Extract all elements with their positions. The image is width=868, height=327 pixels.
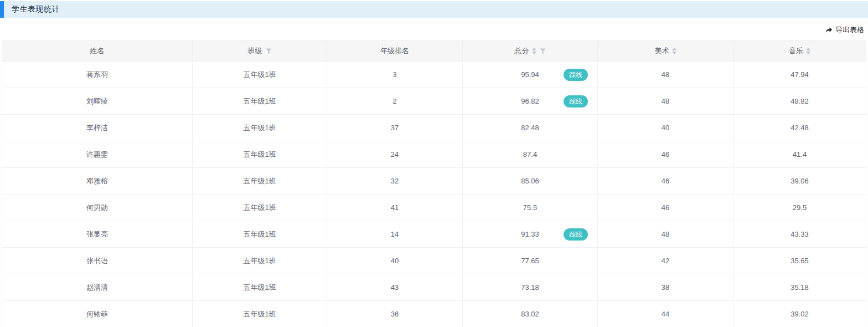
cell-art: 44 [598, 301, 733, 327]
column-header-total[interactable]: 总分 [463, 41, 598, 62]
cell-name: 许惠雯 [2, 141, 193, 168]
export-table-button[interactable]: 导出表格 [825, 25, 864, 35]
cell-rank: 2 [327, 88, 463, 115]
sort-caret-icon[interactable] [806, 48, 810, 54]
cell-music: 39.02 [733, 301, 866, 327]
cell-value: 五年级1班 [243, 309, 276, 319]
cell-value: 蒋系羽 [86, 70, 108, 80]
cell-value: 32 [391, 177, 399, 185]
cell-music: 43.33 [733, 221, 866, 248]
cell-class: 五年级1班 [193, 248, 327, 274]
column-header-music[interactable]: 音乐 [733, 41, 866, 62]
cell-rank: 36 [327, 301, 463, 327]
cell-value: 77.65 [521, 257, 539, 265]
cell-value: 2 [392, 97, 396, 105]
cell-total: 91.33踩线 [463, 221, 598, 248]
cell-value: 许惠雯 [86, 150, 108, 160]
table-row: 邓雅榕五年级1班3285.064639.06 [2, 168, 866, 195]
cell-music: 35.65 [733, 248, 866, 274]
filter-funnel-icon[interactable] [540, 48, 546, 54]
cell-value: 五年级1班 [243, 123, 276, 133]
cell-art: 38 [598, 274, 733, 301]
cell-value: 14 [391, 230, 399, 238]
cell-class: 五年级1班 [193, 168, 327, 195]
cell-total: 82.48 [463, 115, 598, 141]
cell-art: 42 [598, 248, 733, 274]
table-body: 蒋系羽五年级1班395.94踩线4847.94刘曜绫五年级1班296.82踩线4… [2, 62, 866, 327]
cell-total: 96.82踩线 [463, 88, 598, 115]
cell-name: 张显亮 [2, 221, 193, 248]
cell-value: 83.02 [521, 310, 539, 318]
sort-caret-icon[interactable] [672, 48, 676, 54]
export-table-label: 导出表格 [835, 25, 864, 35]
cell-value: 35.65 [790, 257, 809, 265]
cell-value: 五年级1班 [243, 283, 276, 293]
cell-value: 41.4 [793, 150, 807, 159]
cell-name: 何铱菲 [2, 301, 193, 327]
cell-value: 48 [662, 230, 669, 238]
sort-caret-icon[interactable] [532, 48, 536, 54]
cell-value: 赵清清 [86, 283, 108, 293]
cell-value: 39.02 [790, 310, 809, 318]
column-header-label: 美术 [655, 46, 669, 56]
column-header-art[interactable]: 美术 [598, 41, 733, 62]
column-header-label: 总分 [515, 46, 529, 56]
cell-rank: 32 [327, 168, 463, 195]
page-title: 学生表现统计 [12, 4, 60, 14]
column-header-name: 姓名 [2, 41, 193, 62]
cell-value: 张书语 [86, 256, 108, 266]
cell-value: 29.5 [793, 203, 807, 212]
status-badge: 踩线 [564, 69, 588, 81]
table-row: 李梓洁五年级1班3782.484042.48 [2, 115, 866, 141]
cell-class: 五年级1班 [193, 115, 327, 141]
cell-value: 95.94 [521, 70, 539, 79]
cell-value: 五年级1班 [243, 203, 276, 213]
cell-value: 42 [662, 257, 669, 265]
toolbar: 导出表格 [0, 23, 868, 37]
cell-music: 42.48 [733, 115, 866, 141]
cell-class: 五年级1班 [193, 141, 327, 168]
cell-value: 47.94 [790, 70, 809, 79]
cell-name: 蒋系羽 [2, 62, 193, 88]
cell-value: 40 [391, 257, 399, 265]
cell-name: 刘曜绫 [2, 88, 193, 115]
cell-rank: 41 [327, 195, 463, 221]
cell-class: 五年级1班 [193, 274, 327, 301]
cell-total: 73.18 [463, 274, 598, 301]
cell-value: 39.06 [790, 177, 809, 185]
cell-value: 73.18 [521, 283, 539, 292]
cell-total: 87.4 [463, 141, 598, 168]
cell-value: 96.82 [521, 97, 539, 105]
cell-value: 36 [391, 310, 399, 318]
table-row: 蒋系羽五年级1班395.94踩线4847.94 [2, 62, 866, 88]
cell-value: 五年级1班 [243, 229, 276, 239]
cell-art: 40 [598, 115, 733, 141]
cell-value: 41 [391, 203, 399, 212]
cell-total: 75.5 [463, 195, 598, 221]
cell-value: 五年级1班 [243, 150, 276, 160]
student-performance-table: 姓名班级年级排名总分美术音乐 蒋系羽五年级1班395.94踩线4847.94刘曜… [2, 40, 866, 327]
cell-value: 五年级1班 [243, 256, 276, 266]
cell-value: 91.33 [521, 230, 539, 238]
cell-music: 41.4 [733, 141, 866, 168]
cell-name: 赵清清 [2, 274, 193, 301]
filter-funnel-icon[interactable] [266, 48, 272, 54]
cell-art: 46 [598, 168, 733, 195]
cell-value: 48.82 [790, 97, 809, 105]
cell-value: 五年级1班 [243, 70, 276, 80]
cell-music: 48.82 [733, 88, 866, 115]
cell-value: 何铱菲 [86, 309, 108, 319]
status-badge: 踩线 [564, 95, 588, 108]
cell-total: 85.06 [463, 168, 598, 195]
cell-value: 24 [391, 150, 399, 159]
cell-art: 48 [598, 88, 733, 115]
cell-value: 邓雅榕 [86, 176, 108, 186]
cell-value: 何男勋 [86, 203, 108, 213]
cell-value: 87.4 [523, 150, 537, 159]
page-title-banner: 学生表现统计 [0, 1, 868, 18]
column-header-label: 姓名 [90, 46, 105, 56]
cell-value: 五年级1班 [243, 176, 276, 186]
column-header-class[interactable]: 班级 [193, 41, 327, 62]
cell-rank: 40 [327, 248, 463, 274]
cell-value: 46 [662, 177, 669, 185]
